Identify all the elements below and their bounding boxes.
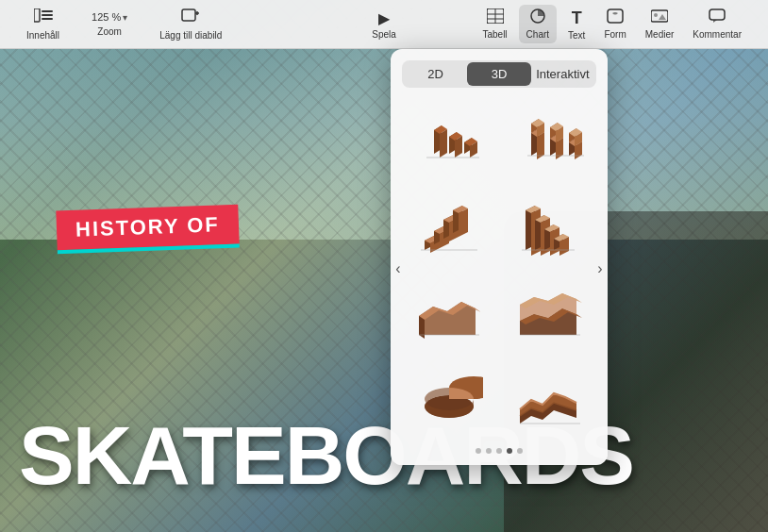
chart-grid-container: ‹ › xyxy=(402,99,596,439)
svg-rect-3 xyxy=(42,18,53,20)
chart-bar3d-grouped[interactable] xyxy=(402,99,495,178)
form-label: Form xyxy=(604,29,626,40)
play-label: Spela xyxy=(372,29,396,40)
zoom-chevron-icon: ▾ xyxy=(123,12,127,23)
toolbar-comment[interactable]: Kommentar xyxy=(685,5,749,43)
svg-rect-0 xyxy=(34,8,40,22)
dot-2[interactable] xyxy=(486,448,492,454)
svg-rect-15 xyxy=(710,9,725,20)
media-label: Medier xyxy=(645,29,675,40)
text-label: Text xyxy=(568,30,585,41)
toolbar: Innehåll 125 % ▾ Zoom Lägg till diabild … xyxy=(0,0,768,49)
dot-1[interactable] xyxy=(476,448,481,454)
svg-rect-13 xyxy=(651,10,668,22)
chart-line3d[interactable] xyxy=(503,359,596,439)
zoom-value: 125 % xyxy=(92,11,121,23)
table-label: Tabell xyxy=(482,29,507,40)
chart-stair3d-2[interactable] xyxy=(503,186,596,265)
chart-area3d-1[interactable] xyxy=(402,273,495,352)
svg-point-14 xyxy=(654,13,658,17)
dot-5[interactable] xyxy=(517,448,523,454)
contents-label: Innehåll xyxy=(26,30,59,41)
history-label: HISTORY OF xyxy=(75,212,221,241)
toolbar-right: Tabell Chart T Text Form Medier xyxy=(475,5,749,44)
tab-3d[interactable]: 3D xyxy=(467,62,530,86)
dot-3[interactable] xyxy=(496,448,502,454)
media-icon xyxy=(651,8,668,27)
chart-stair3d-1[interactable] xyxy=(402,186,495,265)
toolbar-form[interactable]: Form xyxy=(596,5,633,43)
svg-marker-18 xyxy=(440,129,447,158)
toolbar-media[interactable]: Medier xyxy=(638,5,682,43)
play-icon: ▶ xyxy=(378,9,390,27)
toolbar-contents[interactable]: Innehåll xyxy=(19,5,67,44)
slide-background: HISTORY OF SKATEBOARDS xyxy=(0,0,768,532)
svg-rect-12 xyxy=(608,9,623,23)
page-dots xyxy=(402,448,596,454)
svg-rect-2 xyxy=(42,14,53,16)
add-slide-label: Lägg till diabild xyxy=(159,30,222,41)
comment-label: Kommentar xyxy=(693,29,742,40)
toolbar-zoom[interactable]: 125 % ▾ Zoom xyxy=(84,8,135,41)
chart-bar3d-stacked[interactable] xyxy=(503,99,596,178)
add-slide-icon xyxy=(181,8,200,28)
toolbar-chart[interactable]: Chart xyxy=(519,5,557,43)
zoom-label-text: Zoom xyxy=(97,26,122,37)
tab-2d[interactable]: 2D xyxy=(404,62,467,86)
toolbar-play[interactable]: ▶ Spela xyxy=(360,6,408,43)
chart-label: Chart xyxy=(526,29,549,40)
chart-type-tabs: 2D 3D Interaktivt xyxy=(402,60,596,88)
dot-4[interactable] xyxy=(507,448,512,454)
table-icon xyxy=(487,8,504,27)
chart-panel: 2D 3D Interaktivt ‹ › xyxy=(391,49,608,465)
toolbar-text[interactable]: T Text xyxy=(560,5,593,44)
svg-rect-4 xyxy=(182,9,195,21)
svg-marker-56 xyxy=(459,208,468,237)
chart-pie3d[interactable] xyxy=(402,359,495,439)
chart-icon xyxy=(529,8,546,27)
tab-interactive[interactable]: Interaktivt xyxy=(531,62,594,86)
svg-rect-1 xyxy=(42,10,53,12)
text-icon: T xyxy=(572,8,582,28)
svg-marker-28 xyxy=(537,132,544,159)
svg-marker-71 xyxy=(419,302,476,335)
toolbar-add-slide[interactable]: Lägg till diabild xyxy=(152,5,229,44)
toolbar-center: ▶ Spela xyxy=(360,6,408,43)
comment-icon xyxy=(709,8,726,27)
toolbar-table[interactable]: Tabell xyxy=(475,5,514,43)
svg-marker-73 xyxy=(419,316,425,339)
chart-area3d-2[interactable] xyxy=(503,273,596,352)
charts-grid xyxy=(402,99,596,439)
contents-icon xyxy=(34,8,53,28)
form-icon xyxy=(607,8,624,27)
history-banner: HISTORY OF xyxy=(56,205,239,251)
